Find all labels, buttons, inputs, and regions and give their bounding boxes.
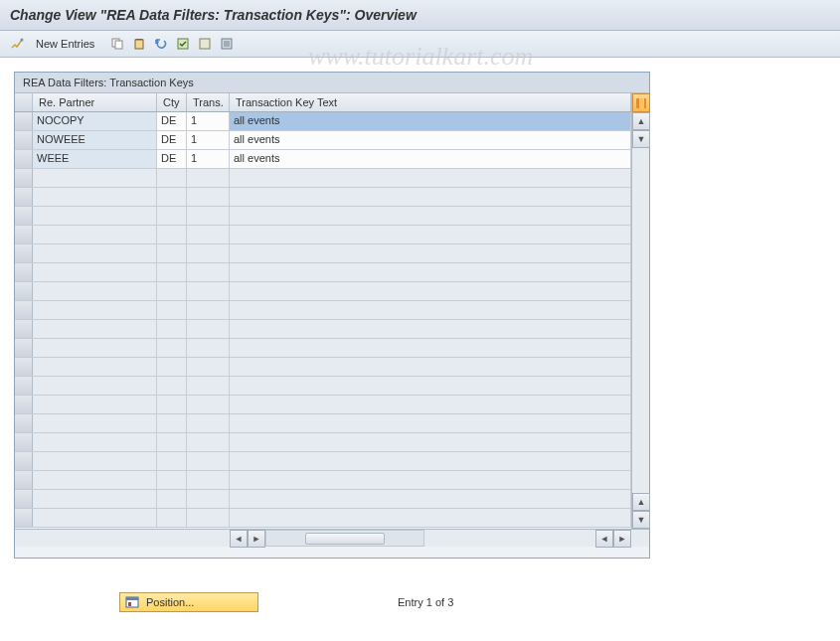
row-selector[interactable] [15,358,33,376]
scroll-up-button[interactable]: ▲ [632,112,650,130]
scroll-down-button[interactable]: ▼ [632,130,650,148]
cell-cty[interactable]: DE [157,112,187,130]
row-selector[interactable] [15,169,33,187]
cell-cty[interactable] [157,207,187,225]
undo-icon[interactable] [152,35,170,53]
copy-icon[interactable] [108,35,126,53]
scroll-right-end-button[interactable]: ► [613,530,631,548]
row-selector[interactable] [15,490,33,508]
cell-partner[interactable] [33,396,157,413]
cell-text[interactable] [230,226,631,243]
cell-text[interactable] [230,490,631,508]
cell-trans[interactable] [187,414,230,432]
cell-partner[interactable] [33,452,157,470]
cell-text[interactable] [230,188,631,206]
row-selector[interactable] [15,226,33,243]
scroll-right-button[interactable]: ► [248,530,265,548]
row-selector[interactable] [15,433,33,451]
row-selector[interactable] [15,263,33,281]
cell-text[interactable] [230,244,631,262]
cell-partner[interactable] [33,169,157,187]
cell-text[interactable] [230,207,631,225]
cell-text[interactable] [230,263,631,281]
column-header-cty[interactable]: Cty [157,93,187,111]
cell-partner[interactable] [33,509,157,527]
cell-trans[interactable] [187,358,230,376]
scroll-up-bottom-button[interactable]: ▲ [632,493,650,511]
cell-text[interactable] [230,452,631,470]
new-entries-button[interactable]: New Entries [30,36,100,52]
cell-text[interactable] [230,471,631,489]
cell-partner[interactable] [33,301,157,319]
cell-cty[interactable]: DE [157,131,187,149]
cell-cty[interactable] [157,169,187,187]
scroll-down-bottom-button[interactable]: ▼ [632,511,650,529]
cell-partner[interactable] [33,433,157,451]
column-header-trans[interactable]: Trans. [187,93,230,111]
cell-trans[interactable] [187,188,230,206]
cell-trans[interactable] [187,263,230,281]
cell-cty[interactable] [157,452,187,470]
cell-trans[interactable] [187,433,230,451]
row-selector[interactable] [15,207,33,225]
cell-text[interactable]: all events [230,131,631,149]
cell-partner[interactable] [33,188,157,206]
cell-partner[interactable] [33,339,157,357]
row-selector[interactable] [15,282,33,300]
cell-text[interactable] [230,414,631,432]
position-button[interactable]: Position... [119,592,258,612]
cell-trans[interactable] [187,339,230,357]
configure-columns-icon[interactable] [632,93,650,112]
cell-text[interactable] [230,377,631,395]
column-header-text[interactable]: Transaction Key Text [230,93,631,111]
row-selector[interactable] [15,452,33,470]
row-selector[interactable] [15,414,33,432]
cell-text[interactable] [230,358,631,376]
cell-trans[interactable] [187,301,230,319]
scroll-thumb-horizontal[interactable] [305,533,385,545]
cell-text[interactable] [230,396,631,413]
cell-text[interactable]: all events [230,112,631,130]
cell-cty[interactable] [157,433,187,451]
cell-cty[interactable] [157,358,187,376]
row-selector[interactable] [15,509,33,527]
cell-partner[interactable] [33,282,157,300]
cell-partner[interactable] [33,263,157,281]
cell-trans[interactable] [187,282,230,300]
row-selector[interactable] [15,320,33,338]
cell-cty[interactable] [157,320,187,338]
cell-trans[interactable] [187,207,230,225]
cell-trans[interactable] [187,471,230,489]
cell-partner[interactable] [33,490,157,508]
cell-partner[interactable] [33,471,157,489]
cell-trans[interactable] [187,509,230,527]
scroll-track-horizontal[interactable] [265,530,424,547]
cell-cty[interactable] [157,377,187,395]
scroll-track-vertical[interactable] [632,148,649,493]
cell-trans[interactable] [187,396,230,413]
cell-cty[interactable] [157,301,187,319]
row-selector[interactable] [15,244,33,262]
cell-cty[interactable] [157,244,187,262]
row-selector[interactable] [15,377,33,395]
cell-partner[interactable] [33,320,157,338]
row-selector[interactable] [15,301,33,319]
cell-text[interactable] [230,169,631,187]
cell-partner[interactable] [33,226,157,243]
row-selector[interactable] [15,339,33,357]
cell-trans[interactable] [187,169,230,187]
cell-text[interactable] [230,339,631,357]
cell-trans[interactable]: 1 [187,131,230,149]
row-selector[interactable] [15,131,33,149]
cell-partner[interactable] [33,207,157,225]
deselect-all-icon[interactable] [196,35,214,53]
cell-partner[interactable] [33,244,157,262]
cell-trans[interactable] [187,320,230,338]
cell-cty[interactable] [157,490,187,508]
cell-trans[interactable] [187,244,230,262]
column-header-partner[interactable]: Re. Partner [33,93,157,111]
print-icon[interactable] [218,35,236,53]
row-selector-header[interactable] [15,93,33,111]
cell-text[interactable] [230,320,631,338]
cell-cty[interactable] [157,339,187,357]
